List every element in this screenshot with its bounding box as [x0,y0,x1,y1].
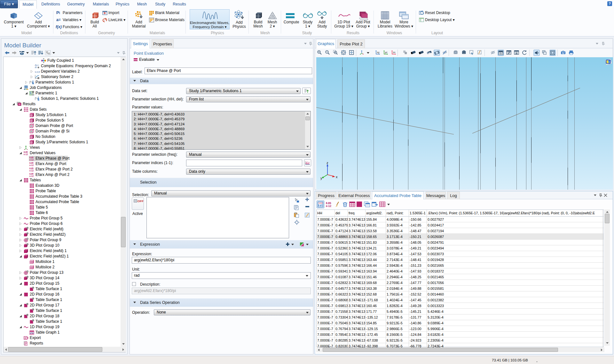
svg-text:e-12: e-12 [29,175,34,177]
svg-text:f: f [38,64,38,67]
svg-text:e-12: e-12 [29,164,34,166]
svg-text:zx: zx [393,51,396,54]
svg-text:e-12: e-12 [24,153,28,155]
svg-text:8.85: 8.85 [29,162,34,164]
svg-text:e-12: e-12 [29,159,34,161]
svg-text:∂t: ∂t [35,66,36,68]
svg-text:y: y [320,176,322,180]
svg-text:∂u: ∂u [35,64,37,66]
svg-text:yz: yz [385,51,388,54]
svg-text:x: x [336,175,338,179]
svg-text:8.85: 8.85 [29,173,34,175]
svg-text:8.85: 8.85 [24,151,28,153]
svg-text:e-12: e-12 [326,204,331,208]
svg-text:u,v,w: u,v,w [35,70,40,73]
svg-text:e-12: e-12 [29,170,34,172]
svg-text:xy: xy [377,51,380,54]
svg-text:8.85: 8.85 [29,156,34,159]
svg-text:8.85: 8.85 [29,167,34,170]
svg-text:z: z [327,161,328,165]
